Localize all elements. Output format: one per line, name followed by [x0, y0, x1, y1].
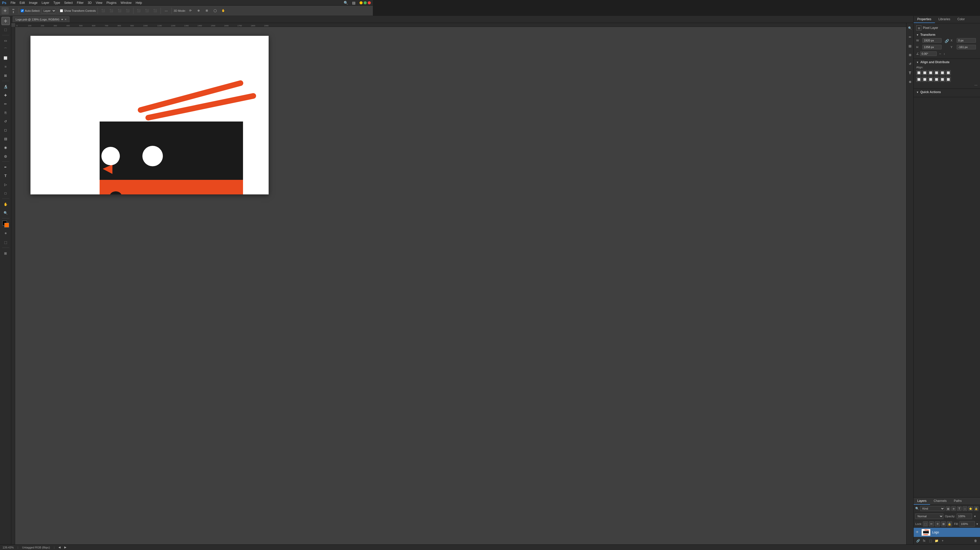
svg-point-8	[73, 89, 83, 99]
3d-scale-btn[interactable]: ⊞	[203, 7, 210, 14]
history-brush-tool[interactable]: ↺	[2, 117, 10, 125]
sep3	[97, 8, 98, 14]
toolbar: ✛ ⇔⇕ Auto-Select: Layer Show Transform C…	[0, 6, 373, 16]
left-tool-panel: ✛ ⬚ ▭ ⌒ ⬜ ⌗ ⊠ 🔬 ✚ ✏ ⎘ ↺ ◻ ▤ ◉ ◍ ✒ T ▷ □ …	[0, 16, 11, 210]
logo-svg: POKE BOWL	[30, 36, 269, 194]
document-tab[interactable]: Logo.psb @ 139% (Logo, RGB/8#) ✦ ×	[13, 16, 69, 22]
maximize-btn[interactable]	[364, 1, 367, 4]
show-transform-input[interactable]	[60, 9, 63, 12]
close-tab-btn[interactable]: ×	[65, 17, 67, 21]
auto-select-label: Auto-Select:	[25, 9, 40, 12]
svg-point-9	[92, 89, 102, 99]
svg-rect-0	[94, 48, 143, 68]
artboard-tool[interactable]: ⬚	[2, 25, 10, 34]
layer-dropdown[interactable]: Layer	[41, 8, 56, 14]
window-controls	[360, 1, 371, 4]
rectangle-tool[interactable]: □	[2, 189, 10, 197]
distribute-right-edges[interactable]: ⬛	[151, 7, 159, 14]
auto-select-checkbox[interactable]: Auto-Select:	[21, 9, 40, 12]
app-icon[interactable]: Ps	[2, 1, 6, 5]
svg-point-11	[76, 109, 83, 116]
sep1	[19, 8, 19, 14]
type-tool[interactable]: T	[2, 172, 10, 180]
sep4	[133, 8, 134, 14]
menu-view[interactable]: View	[94, 0, 105, 5]
3d-rotate-btn[interactable]: ⟳	[187, 7, 194, 14]
dodge-tool[interactable]: ◍	[2, 152, 10, 160]
ruler-left	[11, 27, 15, 210]
lasso-tool[interactable]: ⌒	[2, 45, 10, 54]
crop-tool[interactable]: ⌗	[2, 63, 10, 71]
3d-move-btn[interactable]: ⊕	[195, 7, 202, 14]
sep6	[172, 8, 172, 14]
menu-filter[interactable]: Filter	[75, 0, 86, 5]
move-tool-btn[interactable]: ✛	[2, 7, 9, 14]
distribute-horizontal-centers[interactable]: ⬛	[143, 7, 151, 14]
align-left-edges[interactable]: ⬛	[100, 7, 107, 14]
menu-select[interactable]: Select	[62, 0, 75, 5]
3d-mode-label: 3D Mode:	[173, 9, 186, 12]
workspace-icon[interactable]: ▤	[350, 0, 358, 5]
object-selection-tool[interactable]: ⬜	[2, 54, 10, 62]
tab-bar: Logo.psb @ 139% (Logo, RGB/8#) ✦ ×	[11, 16, 373, 23]
menu-plugins[interactable]: Plugins	[105, 0, 119, 5]
sep5	[161, 8, 161, 14]
menu-file[interactable]: File	[8, 0, 18, 5]
transform-arrows[interactable]: ⇔⇕	[10, 7, 17, 14]
zoom-tool[interactable]: 🔍	[2, 209, 10, 210]
pen-tool[interactable]: ✒	[2, 163, 10, 171]
tool-sep-4	[2, 198, 9, 199]
eraser-tool[interactable]: ◻	[2, 126, 10, 134]
menu-bar: Ps File Edit Image Layer Type Select Fil…	[0, 0, 373, 6]
3d-orbit-btn[interactable]: ◯	[212, 7, 219, 14]
menu-type[interactable]: Type	[51, 0, 62, 5]
show-transform-label: Show Transform Controls	[64, 9, 96, 12]
sep2	[58, 8, 58, 14]
ruler-top: 0 100 200 300 400 500 600 700 800 900 10…	[15, 23, 373, 27]
clone-stamp-tool[interactable]: ⎘	[2, 108, 10, 117]
chopsticks	[94, 48, 148, 75]
menu-window[interactable]: Window	[119, 0, 134, 5]
tool-sep-1	[2, 35, 9, 35]
heal-brush-tool[interactable]: ✚	[2, 91, 10, 99]
menu-help[interactable]: Help	[134, 0, 144, 5]
eyedropper-tool[interactable]: 🔬	[2, 82, 10, 90]
svg-point-12	[76, 115, 83, 122]
frame-tool[interactable]: ⊠	[2, 71, 10, 79]
rectangular-marquee-tool[interactable]: ▭	[2, 36, 10, 45]
show-transform-checkbox[interactable]: Show Transform Controls	[60, 9, 96, 12]
align-top-edges[interactable]: ⬛	[124, 7, 131, 14]
3d-pan-btn[interactable]: ✋	[220, 7, 227, 14]
menu-image[interactable]: Image	[27, 0, 40, 5]
menu-3d[interactable]: 3D	[86, 0, 94, 5]
auto-select-input[interactable]	[21, 9, 24, 12]
close-btn[interactable]	[368, 1, 371, 4]
minimize-btn[interactable]	[360, 1, 363, 4]
align-horizontal-centers[interactable]: ⬛	[108, 7, 115, 14]
hand-tool[interactable]: ✋	[2, 200, 10, 208]
gradient-tool[interactable]: ▤	[2, 135, 10, 143]
distribute-left-edges[interactable]: ⬛	[135, 7, 142, 14]
move-tool[interactable]: ✛	[2, 17, 10, 25]
search-icon[interactable]: 🔍	[342, 0, 350, 5]
svg-text:BOWL: BOWL	[73, 100, 141, 126]
menu-layer[interactable]: Layer	[40, 0, 51, 5]
blur-tool[interactable]: ◉	[2, 143, 10, 151]
svg-rect-16	[72, 78, 140, 81]
modified-indicator: ✦	[61, 18, 63, 21]
white-canvas: POKE BOWL	[30, 36, 269, 194]
align-right-edges[interactable]: ⬛	[116, 7, 123, 14]
menu-edit[interactable]: Edit	[18, 0, 27, 5]
canvas-area[interactable]: 0 100 200 300 400 500 600 700 800 900 10…	[11, 23, 373, 210]
more-options-btn[interactable]: ···	[162, 7, 170, 14]
document-tab-title: Logo.psb @ 139% (Logo, RGB/8#)	[16, 18, 59, 21]
brush-tool[interactable]: ✏	[2, 100, 10, 108]
path-selection-tool[interactable]: ▷	[2, 180, 10, 189]
